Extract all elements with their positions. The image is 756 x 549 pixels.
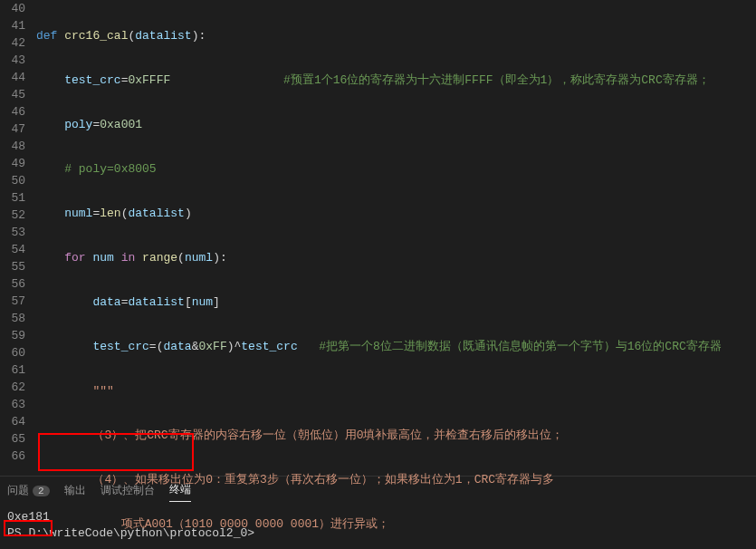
problems-badge: 2 <box>33 486 50 496</box>
line-number: 42 <box>0 34 25 52</box>
line-number: 57 <box>0 293 25 310</box>
code-line[interactable]: （3）、把CRC寄存器的内容右移一位（朝低位）用0填补最高位，并检查右移后的移出… <box>36 427 756 444</box>
line-number: 53 <box>0 224 25 241</box>
code-line[interactable]: # poly=0x8005 <box>36 160 756 178</box>
line-number: 65 <box>0 430 25 448</box>
line-number: 47 <box>0 120 25 138</box>
line-number: 56 <box>0 275 25 293</box>
tab-problems[interactable]: 问题2 <box>7 483 50 502</box>
line-gutter: 40 41 42 43 44 45 46 47 48 49 50 51 52 5… <box>0 0 36 476</box>
line-number: 40 <box>0 0 25 17</box>
line-number: 50 <box>0 172 25 189</box>
code-line[interactable]: for num in range(numl): <box>36 249 756 266</box>
line-number: 41 <box>0 17 25 34</box>
code-editor[interactable]: 40 41 42 43 44 45 46 47 48 49 50 51 52 5… <box>0 0 756 476</box>
tab-terminal[interactable]: 终端 <box>169 482 191 502</box>
code-line[interactable]: data=datalist[num] <box>36 294 756 311</box>
line-number: 52 <box>0 207 25 224</box>
line-number: 63 <box>0 396 25 413</box>
line-number: 48 <box>0 138 25 155</box>
line-number: 54 <box>0 241 25 258</box>
line-number: 64 <box>0 413 25 430</box>
code-content[interactable]: def crc16_cal(datalist): test_crc=0xFFFF… <box>36 0 756 476</box>
line-number: 61 <box>0 361 25 379</box>
code-line[interactable]: """ <box>36 382 756 400</box>
line-number: 43 <box>0 52 25 69</box>
line-number: 58 <box>0 310 25 327</box>
tab-output[interactable]: 输出 <box>64 483 86 502</box>
tab-debug[interactable]: 调试控制台 <box>100 483 155 502</box>
line-number: 59 <box>0 327 25 344</box>
line-number: 66 <box>0 448 25 465</box>
line-number: 49 <box>0 155 25 172</box>
line-number: 44 <box>0 69 25 86</box>
line-number: 62 <box>0 379 25 396</box>
code-line[interactable]: poly=0xa001 <box>36 116 756 133</box>
line-number: 45 <box>0 86 25 103</box>
line-number: 46 <box>0 103 25 120</box>
code-line[interactable]: test_crc=0xFFFF #预置1个16位的寄存器为十六进制FFFF（即全… <box>36 72 756 89</box>
code-line[interactable]: def crc16_cal(datalist): <box>36 27 756 44</box>
tab-label: 问题 <box>7 485 29 497</box>
line-number: 60 <box>0 344 25 361</box>
code-line[interactable]: numl=len(datalist) <box>36 205 756 222</box>
code-line[interactable]: test_crc=(data&0xFF)^test_crc #把第一个8位二进制… <box>36 338 756 355</box>
line-number: 51 <box>0 189 25 207</box>
line-number: 55 <box>0 258 25 275</box>
